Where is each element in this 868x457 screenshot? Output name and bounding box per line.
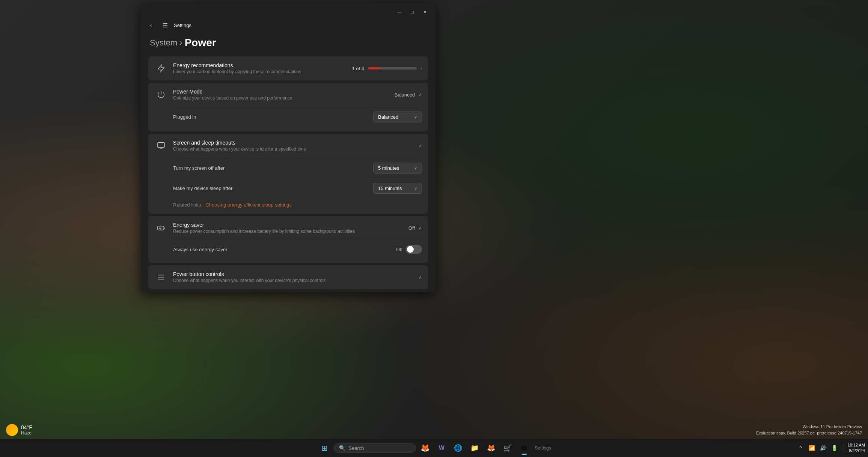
power-mode-title: Power Mode bbox=[173, 89, 389, 95]
screen-off-label: Turn my screen off after bbox=[173, 165, 373, 171]
energy-saver-right: Off ∧ bbox=[408, 225, 422, 231]
power-button-card: Power button controls Choose what happen… bbox=[148, 265, 428, 289]
energy-rec-icon bbox=[154, 62, 168, 75]
energy-rec-desc: Lower your carbon footprint by applying … bbox=[173, 69, 347, 74]
weather-temp: 84°F bbox=[21, 424, 32, 430]
settings-content[interactable]: System › Power Energy recommendations Lo… bbox=[141, 34, 436, 292]
settings-taskbar-icon: ⚙ bbox=[521, 444, 527, 452]
power-mode-text: Power Mode Optimize your device based on… bbox=[173, 89, 389, 101]
plugged-in-label: Plugged in bbox=[173, 114, 373, 120]
always-energy-saver-toggle[interactable] bbox=[405, 245, 422, 254]
always-energy-saver-label: Always use energy saver bbox=[173, 247, 396, 252]
energy-sleep-link[interactable]: Choosing energy efficient sleep settings bbox=[205, 202, 292, 208]
energy-saver-header[interactable]: Energy saver Reduce power consumption an… bbox=[148, 216, 428, 240]
screen-off-value: 5 minutes bbox=[378, 165, 399, 171]
volume-tray-icon[interactable]: 🔊 bbox=[818, 443, 829, 453]
power-button-text: Power button controls Choose what happen… bbox=[173, 271, 413, 283]
power-button-header[interactable]: Power button controls Choose what happen… bbox=[148, 265, 428, 289]
browser-button[interactable]: 🦊 bbox=[484, 440, 499, 455]
breadcrumb: System › Power bbox=[148, 37, 428, 49]
back-button[interactable]: ‹ bbox=[145, 20, 157, 31]
energy-recommendations-header[interactable]: Energy recommendations Lower your carbon… bbox=[148, 56, 428, 80]
screen-off-row: Turn my screen off after 5 minutes ∨ bbox=[173, 158, 422, 178]
related-links-row: Related links Choosing energy efficient … bbox=[173, 198, 422, 209]
screen-sleep-expanded: Turn my screen off after 5 minutes ∨ Mak… bbox=[148, 158, 428, 214]
power-mode-value: Balanced bbox=[395, 92, 415, 98]
screen-sleep-icon bbox=[154, 139, 168, 152]
screen-sleep-header[interactable]: Screen and sleep timeouts Choose what ha… bbox=[148, 134, 428, 158]
power-button-chevron: ∧ bbox=[419, 275, 422, 280]
toggle-knob bbox=[407, 246, 414, 253]
plugged-in-value: Balanced bbox=[378, 114, 398, 120]
energy-progress-bar bbox=[368, 67, 417, 69]
tray-expand-button[interactable]: ^ bbox=[796, 443, 806, 453]
power-button-title: Power button controls bbox=[173, 271, 413, 277]
screen-sleep-chevron: ∧ bbox=[419, 143, 422, 148]
edge-button[interactable]: 🌐 bbox=[451, 440, 466, 455]
battery-tray-icon[interactable]: 🔋 bbox=[829, 443, 840, 453]
energy-rec-text: Energy recommendations Lower your carbon… bbox=[173, 62, 347, 74]
search-text: Search bbox=[348, 445, 364, 451]
minimize-button[interactable]: — bbox=[393, 7, 405, 17]
weather-info: 84°F Haze bbox=[21, 424, 32, 436]
close-button[interactable]: ✕ bbox=[419, 7, 431, 17]
weather-icon bbox=[6, 424, 18, 436]
search-box[interactable]: 🔍 Search bbox=[333, 443, 416, 453]
always-energy-saver-toggle-container: Off bbox=[396, 245, 422, 254]
teams-button[interactable]: W bbox=[434, 440, 449, 455]
search-icon: 🔍 bbox=[339, 445, 345, 451]
settings-taskbar-label: Settings bbox=[535, 445, 551, 451]
plugged-in-row: Plugged in Balanced ∨ bbox=[173, 107, 422, 127]
settings-window: — □ ✕ ‹ ☰ Settings System › Power bbox=[141, 3, 436, 292]
breadcrumb-system[interactable]: System bbox=[150, 38, 177, 48]
network-icon: 📶 bbox=[809, 445, 815, 451]
clock-time: 10:12 AM bbox=[848, 442, 865, 448]
sleep-after-value: 15 minutes bbox=[378, 186, 402, 191]
files-button[interactable]: 📁 bbox=[467, 440, 482, 455]
energy-rec-right: 1 of 4 › bbox=[352, 66, 422, 71]
volume-icon: 🔊 bbox=[820, 445, 826, 451]
breadcrumb-current: Power bbox=[185, 37, 216, 49]
toggle-off-label: Off bbox=[396, 247, 402, 252]
sleep-after-arrow: ∨ bbox=[414, 186, 417, 191]
settings-taskbar-button[interactable]: ⚙ bbox=[517, 440, 532, 455]
power-mode-header[interactable]: Power Mode Optimize your device based on… bbox=[148, 83, 428, 107]
screen-off-dropdown[interactable]: 5 minutes ∨ bbox=[373, 163, 422, 173]
store-button[interactable]: 🛒 bbox=[500, 440, 515, 455]
screen-sleep-desc: Choose what happens when your device is … bbox=[173, 146, 413, 152]
breadcrumb-separator: › bbox=[179, 38, 182, 48]
energy-saver-icon bbox=[154, 221, 168, 235]
energy-recommendations-card: Energy recommendations Lower your carbon… bbox=[148, 56, 428, 80]
widgets-button[interactable]: 🦊 bbox=[417, 440, 432, 455]
battery-icon: 🔋 bbox=[831, 445, 838, 451]
taskbar-right: ^ 📶 🔊 🔋 10:12 AM 8/2/2024 bbox=[796, 442, 865, 454]
screen-sleep-text: Screen and sleep timeouts Choose what ha… bbox=[173, 140, 413, 152]
menu-button[interactable]: ☰ bbox=[160, 20, 171, 31]
network-tray-icon[interactable]: 📶 bbox=[807, 443, 817, 453]
tray-separator bbox=[844, 443, 844, 452]
svg-marker-0 bbox=[158, 65, 164, 72]
energy-saver-title: Energy saver bbox=[173, 222, 403, 228]
maximize-button[interactable]: □ bbox=[406, 7, 418, 17]
windows-logo: ⊞ bbox=[321, 443, 328, 452]
energy-saver-chevron: ∧ bbox=[419, 225, 422, 231]
always-energy-saver-row: Always use energy saver Off bbox=[173, 240, 422, 258]
weather-condition: Haze bbox=[21, 430, 32, 436]
plugged-in-dropdown[interactable]: Balanced ∨ bbox=[373, 112, 422, 122]
taskbar-center: ⊞ 🔍 Search 🦊 W 🌐 📁 🦊 🛒 bbox=[317, 440, 551, 455]
power-mode-expanded: Plugged in Balanced ∨ bbox=[148, 107, 428, 131]
notification-area: Windows 11 Pro Insider Preview Evaluatio… bbox=[756, 424, 862, 436]
widgets-icon: 🦊 bbox=[420, 443, 430, 452]
taskbar: ⊞ 🔍 Search 🦊 W 🌐 📁 🦊 🛒 bbox=[0, 439, 868, 457]
sleep-after-dropdown[interactable]: 15 minutes ∨ bbox=[373, 183, 422, 194]
power-mode-right: Balanced ∧ bbox=[395, 92, 422, 98]
energy-saver-expanded: Always use energy saver Off bbox=[148, 240, 428, 263]
start-button[interactable]: ⊞ bbox=[317, 440, 332, 455]
tray-area: ^ 📶 🔊 🔋 bbox=[796, 443, 840, 453]
energy-saver-card: Energy saver Reduce power consumption an… bbox=[148, 216, 428, 263]
notification-line2: Evaluation copy. Build 26257.ge_prerelea… bbox=[756, 430, 862, 436]
energy-saver-status: Off bbox=[408, 225, 415, 231]
nav-bar: ‹ ☰ Settings bbox=[141, 18, 436, 34]
title-bar-controls: — □ ✕ bbox=[393, 7, 431, 17]
system-clock[interactable]: 10:12 AM 8/2/2024 bbox=[848, 442, 865, 454]
